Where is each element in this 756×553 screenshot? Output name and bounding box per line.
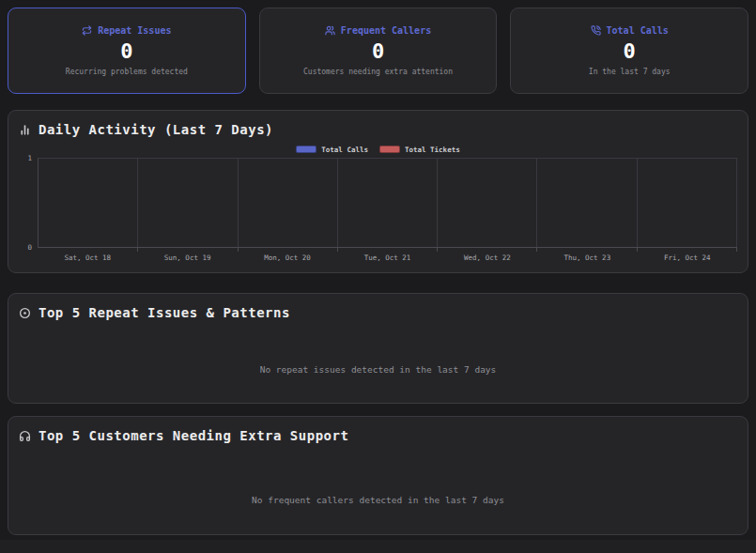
legend-label: Total Tickets xyxy=(405,146,460,154)
chart-plot-area: 1 0 xyxy=(19,158,737,248)
headset-icon xyxy=(19,430,31,442)
chart-column xyxy=(138,159,238,247)
stat-cards-row: Repeat Issues 0 Recurring problems detec… xyxy=(8,8,748,94)
chart-x-axis: Sat, Oct 18 Sun, Oct 19 Mon, Oct 20 Tue,… xyxy=(38,253,737,262)
chart-column xyxy=(537,159,637,247)
legend-swatch-blue xyxy=(296,146,316,153)
customers-support-panel: Top 5 Customers Needing Extra Support No… xyxy=(8,416,748,535)
legend-label: Total Calls xyxy=(321,146,368,154)
x-tick-label: Mon, Oct 20 xyxy=(238,253,337,262)
stat-card-title-row: Total Calls xyxy=(591,25,669,36)
stat-card-frequent-callers[interactable]: Frequent Callers 0 Customers needing ext… xyxy=(259,8,498,94)
chart-legend: Total Calls Total Tickets xyxy=(19,145,737,154)
legend-swatch-red xyxy=(379,146,400,153)
panel-title-text: Top 5 Repeat Issues & Patterns xyxy=(39,305,290,320)
repeat-issues-title-row: Top 5 Repeat Issues & Patterns xyxy=(19,305,737,320)
page-bottom-strip xyxy=(0,540,756,553)
y-tick-label-min: 0 xyxy=(27,243,32,252)
x-tick-label: Tue, Oct 21 xyxy=(337,253,437,262)
panel-title-text: Daily Activity (Last 7 Days) xyxy=(39,122,273,137)
chart-column xyxy=(638,159,737,247)
x-tick-label: Sun, Oct 19 xyxy=(137,253,237,262)
chart-column xyxy=(338,159,438,247)
stat-card-title-row: Frequent Callers xyxy=(325,25,431,36)
chart-grid xyxy=(38,158,737,248)
stat-card-value: 0 xyxy=(120,41,132,62)
repeat-icon xyxy=(82,25,92,36)
legend-item-total-calls[interactable]: Total Calls xyxy=(296,146,368,154)
chart-y-axis: 1 0 xyxy=(19,158,38,248)
users-icon xyxy=(325,25,335,36)
panel-title-text: Top 5 Customers Needing Extra Support xyxy=(39,428,348,443)
repeat-issues-empty-message: No repeat issues detected in the last 7 … xyxy=(19,364,737,375)
repeat-issues-panel: Top 5 Repeat Issues & Patterns No repeat… xyxy=(8,293,748,404)
stat-card-subtitle: In the last 7 days xyxy=(589,68,671,76)
stat-card-title: Frequent Callers xyxy=(341,25,431,36)
stat-card-total-calls[interactable]: Total Calls 0 In the last 7 days xyxy=(510,8,748,94)
stat-card-title: Repeat Issues xyxy=(98,25,171,36)
x-tick-label: Wed, Oct 22 xyxy=(438,253,537,262)
bar-chart-icon xyxy=(19,124,31,136)
stat-card-subtitle: Recurring problems detected xyxy=(66,68,188,76)
stat-card-repeat-issues[interactable]: Repeat Issues 0 Recurring problems detec… xyxy=(8,8,246,94)
y-tick-label-max: 1 xyxy=(27,154,32,162)
x-tick-label: Thu, Oct 23 xyxy=(537,253,637,262)
x-tick-label: Sat, Oct 18 xyxy=(38,253,137,262)
chart-column xyxy=(39,159,138,247)
chart-column xyxy=(239,159,338,247)
daily-activity-panel: Daily Activity (Last 7 Days) Total Calls… xyxy=(8,110,748,273)
customers-support-empty-message: No frequent callers detected in the last… xyxy=(19,495,737,505)
customers-support-title-row: Top 5 Customers Needing Extra Support xyxy=(19,428,737,443)
stat-card-value: 0 xyxy=(372,41,384,62)
stat-card-subtitle: Customers needing extra attention xyxy=(303,68,453,76)
legend-item-total-tickets[interactable]: Total Tickets xyxy=(379,146,460,154)
phone-call-icon xyxy=(591,25,601,36)
stat-card-value: 0 xyxy=(624,41,636,62)
chart-column xyxy=(438,159,537,247)
daily-activity-title-row: Daily Activity (Last 7 Days) xyxy=(19,122,737,137)
target-icon xyxy=(19,307,31,319)
x-tick-label: Fri, Oct 24 xyxy=(638,253,737,262)
stat-card-title: Total Calls xyxy=(607,25,669,36)
stat-card-title-row: Repeat Issues xyxy=(82,25,171,36)
